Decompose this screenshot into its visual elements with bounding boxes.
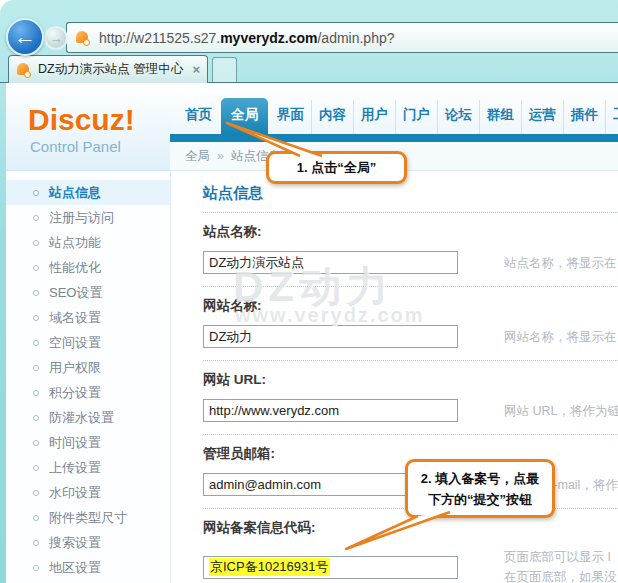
sidebar-item-credits[interactable]: 积分设置: [6, 380, 170, 405]
new-tab-button[interactable]: [212, 57, 237, 83]
bullet-icon: [33, 390, 39, 396]
site-url-input[interactable]: http://www.verydz.com: [203, 399, 458, 422]
field-label: 网站名称:: [203, 297, 618, 315]
discuz-logo: Discuz!: [28, 103, 170, 137]
logo-panel: Discuz! Control Panel: [6, 83, 170, 171]
field-hint: 页面底部可以显示 I 在页面底部，如果没: [504, 547, 617, 583]
top-nav: 首页 全局 界面 内容 用户 门户 论坛 群组 运营 插件 工具 站长: [170, 83, 618, 134]
field-hint: 网站名称，将显示在: [504, 327, 617, 347]
back-button[interactable]: ←: [6, 18, 44, 56]
sidebar-item-site-info[interactable]: 站点信息: [6, 180, 170, 205]
browser-window: http://w211525.s27.myverydz.com/admin.ph…: [0, 0, 618, 583]
main-content: DZ动力 www.verydz.com 站点信息 站点名称: DZ动力演示站点 …: [170, 171, 618, 583]
nav-item-operation[interactable]: 运营: [521, 100, 563, 134]
settings-sidebar: 站点信息 注册与访问 站点功能 性能优化 SEO设置 域名设置 空间设置 用户权…: [6, 171, 170, 583]
divider: [203, 360, 618, 361]
bullet-icon: [33, 290, 39, 296]
sidebar-item-attachment-types[interactable]: 附件类型尺寸: [6, 505, 170, 530]
nav-item-plugins[interactable]: 插件: [563, 100, 605, 134]
sidebar-item-site-functions[interactable]: 站点功能: [6, 230, 170, 255]
nav-item-home[interactable]: 首页: [178, 100, 219, 134]
page-title: 站点信息: [203, 184, 618, 203]
field-forum-name: 网站名称: DZ动力 网站名称，将显示在: [203, 297, 618, 361]
site-favicon: [75, 30, 91, 46]
divider: [203, 434, 618, 435]
bullet-icon: [33, 540, 39, 546]
bullet-icon: [33, 490, 39, 496]
forward-arrow-icon: →: [50, 31, 63, 46]
forward-button[interactable]: →: [44, 26, 68, 50]
nav-accent-bar: [170, 134, 618, 142]
logo-subtitle: Control Panel: [30, 138, 170, 155]
forum-name-input[interactable]: DZ动力: [203, 325, 458, 348]
field-site-name: 站点名称: DZ动力演示站点 站点名称，将显示在: [203, 223, 618, 287]
nav-item-users[interactable]: 用户: [353, 100, 395, 134]
bullet-icon: [33, 190, 39, 196]
nav-item-forum[interactable]: 论坛: [437, 100, 479, 134]
tab-title: DZ动力演示站点 管理中心 ...: [38, 61, 186, 78]
tab-favicon-icon: [16, 62, 32, 78]
bullet-icon: [33, 240, 39, 246]
sidebar-item-search[interactable]: 搜索设置: [6, 530, 170, 555]
address-bar[interactable]: http://w211525.s27.myverydz.com/admin.ph…: [66, 22, 618, 53]
bullet-icon: [33, 415, 39, 421]
bullet-icon: [33, 565, 39, 571]
sidebar-item-seo[interactable]: SEO设置: [6, 280, 170, 305]
sidebar-item-watermark[interactable]: 水印设置: [6, 480, 170, 505]
sidebar-item-performance[interactable]: 性能优化: [6, 255, 170, 280]
bullet-icon: [33, 365, 39, 371]
field-icp-code: 网站备案信息代码: 京ICP备10216931号 页面底部可以显示 I 在页面底…: [203, 519, 618, 583]
nav-item-global[interactable]: 全局: [221, 98, 268, 134]
sidebar-item-anti-spam[interactable]: 防灌水设置: [6, 405, 170, 430]
bullet-icon: [33, 465, 39, 471]
sidebar-item-time[interactable]: 时间设置: [6, 430, 170, 455]
sidebar-item-space[interactable]: 空间设置: [6, 330, 170, 355]
sidebar-item-region[interactable]: 地区设置: [6, 555, 170, 580]
field-hint: 站点名称，将显示在: [504, 253, 617, 273]
nav-item-portal[interactable]: 门户: [395, 100, 437, 134]
bullet-icon: [33, 265, 39, 271]
bullet-icon: [33, 515, 39, 521]
breadcrumb-section[interactable]: 全局: [185, 148, 210, 165]
sidebar-item-user-permissions[interactable]: 用户权限: [6, 355, 170, 380]
divider: [203, 212, 618, 213]
sidebar-item-domain[interactable]: 域名设置: [6, 305, 170, 330]
breadcrumb-separator: »: [217, 149, 224, 163]
icp-code-input[interactable]: 京ICP备10216931号: [203, 556, 458, 579]
field-label: 网站备案信息代码:: [203, 519, 618, 537]
divider: [203, 286, 618, 287]
sidebar-item-register-access[interactable]: 注册与访问: [6, 205, 170, 230]
callout-step2: 2. 填入备案号，点最 下方的“提交”按钮: [405, 459, 555, 518]
field-label: 网站 URL:: [203, 371, 618, 389]
site-name-input[interactable]: DZ动力演示站点: [203, 251, 458, 274]
browser-tab[interactable]: DZ动力演示站点 管理中心 ... ×: [8, 55, 208, 83]
bullet-icon: [33, 215, 39, 221]
nav-item-content[interactable]: 内容: [311, 100, 353, 134]
field-label: 站点名称:: [203, 223, 618, 241]
field-hint: 网站 URL，将作为链: [504, 401, 618, 421]
back-arrow-icon: ←: [14, 24, 36, 50]
callout-step1: 1. 点击“全局”: [266, 151, 407, 184]
sidebar-item-upload[interactable]: 上传设置: [6, 455, 170, 480]
bullet-icon: [33, 440, 39, 446]
field-site-url: 网站 URL: http://www.verydz.com 网站 URL，将作为…: [203, 371, 618, 435]
url-text: http://w211525.s27.myverydz.com/admin.ph…: [99, 30, 395, 46]
tab-close-icon[interactable]: ×: [192, 62, 200, 77]
bullet-icon: [33, 315, 39, 321]
bullet-icon: [33, 340, 39, 346]
nav-item-tools[interactable]: 工具: [605, 100, 618, 134]
highlighted-value: 京ICP备10216931号: [209, 558, 330, 576]
nav-item-interface[interactable]: 界面: [270, 100, 311, 134]
nav-item-group[interactable]: 群组: [479, 100, 521, 134]
